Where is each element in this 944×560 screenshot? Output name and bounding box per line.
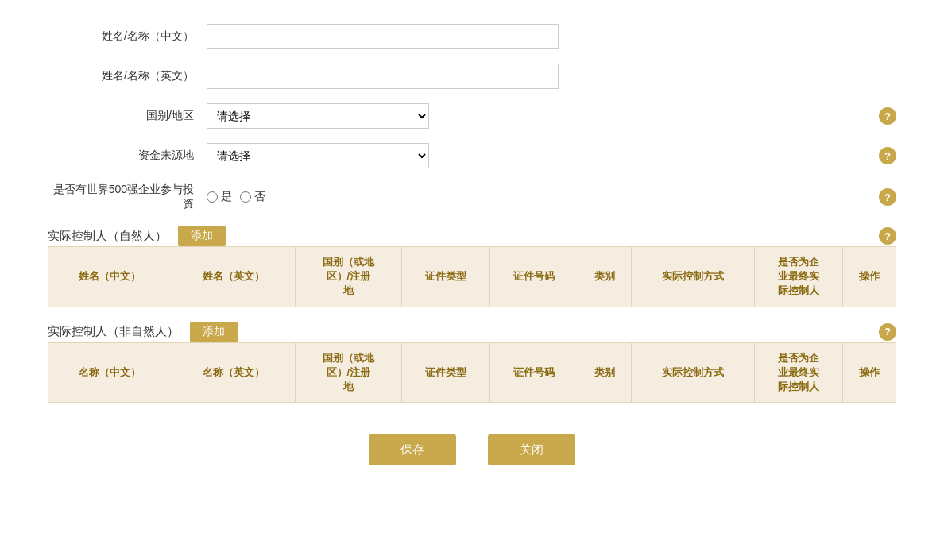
fortune500-yes-radio[interactable] bbox=[207, 191, 218, 203]
section2-col-cert-no: 证件号码 bbox=[489, 342, 578, 403]
close-button[interactable]: 关闭 bbox=[488, 434, 575, 465]
section2-col-is-final-controller: 是否为企业最终实际控制人 bbox=[755, 342, 843, 403]
country-select[interactable]: 请选择 bbox=[207, 103, 429, 129]
name-en-label: 姓名/名称（英文） bbox=[48, 69, 207, 83]
section2-col-category: 类别 bbox=[578, 342, 631, 403]
section2-col-country: 国别（或地区）/注册地 bbox=[296, 342, 401, 403]
section1-col-name-en: 姓名（英文） bbox=[172, 247, 296, 307]
section1-col-country: 国别（或地区）/注册地 bbox=[296, 247, 401, 307]
fortune500-no-label: 否 bbox=[254, 190, 265, 204]
fund-source-help-icon[interactable]: ? bbox=[879, 147, 896, 164]
save-button[interactable]: 保存 bbox=[369, 434, 456, 465]
section2-header: 实际控制人（非自然人） 添加 ? bbox=[48, 322, 896, 342]
section2-col-control-method: 实际控制方式 bbox=[631, 342, 755, 403]
fortune500-radio-group: 是 否 bbox=[207, 190, 265, 204]
main-container: 姓名/名称（中文） 姓名/名称（英文） 国别/地区 请选择 ? 资金来源地 请选… bbox=[0, 0, 944, 497]
section1-table-header-row: 姓名（中文） 姓名（英文） 国别（或地区）/注册地 证件类型 证件号码 类别 实… bbox=[48, 247, 896, 307]
name-cn-row: 姓名/名称（中文） bbox=[48, 24, 896, 49]
country-label: 国别/地区 bbox=[48, 109, 207, 123]
section2-table-header-row: 名称（中文） 名称（英文） 国别（或地区）/注册地 证件类型 证件号码 类别 实… bbox=[48, 342, 896, 403]
name-cn-input[interactable] bbox=[207, 24, 559, 49]
fund-source-row: 资金来源地 请选择 ? bbox=[48, 143, 896, 168]
section1-col-cert-no: 证件号码 bbox=[489, 247, 578, 307]
section1-col-operation: 操作 bbox=[843, 247, 896, 307]
section2-col-cert-type: 证件类型 bbox=[401, 342, 489, 403]
section2-col-name-cn: 名称（中文） bbox=[48, 342, 172, 403]
section1-header: 实际控制人（自然人） 添加 ? bbox=[48, 226, 896, 246]
fortune500-row: 是否有世界500强企业参与投资 是 否 ? bbox=[48, 183, 896, 211]
section2-col-operation: 操作 bbox=[843, 342, 896, 403]
country-help-icon[interactable]: ? bbox=[879, 107, 896, 125]
fund-source-label: 资金来源地 bbox=[48, 149, 207, 163]
fortune500-no-option[interactable]: 否 bbox=[240, 190, 265, 204]
section1-col-control-method: 实际控制方式 bbox=[631, 247, 755, 307]
section2-col-name-en: 名称（英文） bbox=[172, 342, 296, 403]
section1-col-name-cn: 姓名（中文） bbox=[48, 247, 172, 307]
name-en-input[interactable] bbox=[207, 64, 559, 89]
section1-help-icon[interactable]: ? bbox=[879, 227, 896, 245]
section1-add-button[interactable]: 添加 bbox=[178, 226, 226, 246]
section1-col-category: 类别 bbox=[578, 247, 631, 307]
section1-table: 姓名（中文） 姓名（英文） 国别（或地区）/注册地 证件类型 证件号码 类别 实… bbox=[48, 246, 896, 307]
section2-help-icon[interactable]: ? bbox=[879, 323, 896, 341]
section2-table: 名称（中文） 名称（英文） 国别（或地区）/注册地 证件类型 证件号码 类别 实… bbox=[48, 342, 896, 404]
name-en-row: 姓名/名称（英文） bbox=[48, 64, 896, 89]
fortune500-label: 是否有世界500强企业参与投资 bbox=[48, 183, 207, 211]
section2-left: 实际控制人（非自然人） 添加 bbox=[48, 322, 238, 342]
fortune500-help-icon[interactable]: ? bbox=[879, 188, 896, 206]
section1-col-is-final-controller: 是否为企业最终实际控制人 bbox=[755, 247, 843, 307]
fund-source-select[interactable]: 请选择 bbox=[207, 143, 429, 168]
section1-col-cert-type: 证件类型 bbox=[401, 247, 489, 307]
country-row: 国别/地区 请选择 ? bbox=[48, 103, 896, 129]
fortune500-no-radio[interactable] bbox=[240, 191, 251, 203]
section2-title: 实际控制人（非自然人） bbox=[48, 324, 179, 339]
section2-add-button[interactable]: 添加 bbox=[190, 322, 238, 342]
bottom-buttons: 保存 关闭 bbox=[48, 434, 896, 465]
fortune500-yes-label: 是 bbox=[221, 190, 232, 204]
fortune500-yes-option[interactable]: 是 bbox=[207, 190, 232, 204]
name-cn-label: 姓名/名称（中文） bbox=[48, 29, 207, 44]
section1-title: 实际控制人（自然人） bbox=[48, 229, 167, 244]
section1-left: 实际控制人（自然人） 添加 bbox=[48, 226, 226, 246]
